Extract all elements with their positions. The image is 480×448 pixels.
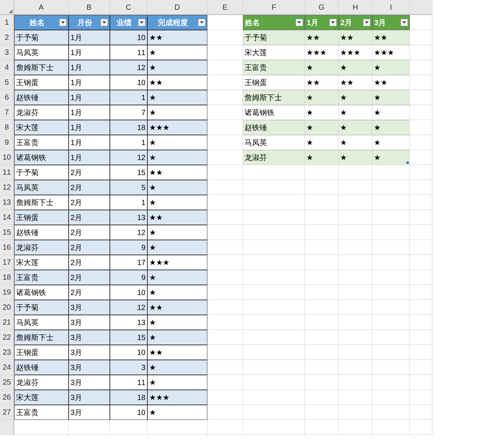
cell-H26[interactable] [339, 390, 372, 405]
cell-E13[interactable] [207, 195, 243, 210]
cell-C18[interactable]: 9 [110, 270, 147, 285]
cell-A17[interactable]: 宋大莲 [14, 255, 69, 270]
cell-G23[interactable] [305, 345, 339, 360]
cell-D6[interactable]: ★ [147, 90, 207, 105]
cell-G9[interactable]: ★ [305, 135, 339, 150]
cell-E16[interactable] [207, 240, 243, 255]
cell-A20[interactable]: 于予菊 [14, 300, 69, 315]
cell-H8[interactable]: ★ [339, 120, 372, 135]
cell-D22[interactable]: ★ [147, 330, 207, 345]
cell-B20[interactable]: 3月 [69, 300, 110, 315]
cell-C10[interactable]: 12 [110, 150, 147, 165]
cell-A28[interactable] [14, 420, 69, 435]
cell-C1[interactable]: 业绩 [110, 15, 147, 30]
cell-A16[interactable]: 龙淑芬 [14, 240, 69, 255]
cell-17[interactable] [410, 255, 432, 270]
cell-19[interactable] [410, 285, 432, 300]
cell-D9[interactable]: ★ [147, 135, 207, 150]
row-header[interactable]: 14 [0, 210, 14, 225]
cell-13[interactable] [410, 195, 432, 210]
cell-H9[interactable]: ★ [339, 135, 372, 150]
cell-F27[interactable] [243, 405, 305, 420]
cell-G7[interactable]: ★ [305, 105, 339, 120]
cell-B2[interactable]: 1月 [69, 30, 110, 45]
cell-I21[interactable] [372, 315, 410, 330]
row-header[interactable]: 8 [0, 120, 14, 135]
cell-C15[interactable]: 12 [110, 225, 147, 240]
cell-C22[interactable]: 15 [110, 330, 147, 345]
cell-B21[interactable]: 3月 [69, 315, 110, 330]
cell-I19[interactable] [372, 285, 410, 300]
cell-F18[interactable] [243, 270, 305, 285]
cell-F1[interactable]: 姓名 [243, 15, 305, 30]
cell-C4[interactable]: 12 [110, 60, 147, 75]
cell-E19[interactable] [207, 285, 243, 300]
cell-11[interactable] [410, 165, 432, 180]
cell-G11[interactable] [305, 165, 339, 180]
cell-G15[interactable] [305, 225, 339, 240]
column-header[interactable]: C [110, 0, 147, 15]
cell-H6[interactable]: ★ [339, 90, 372, 105]
cell-G12[interactable] [305, 180, 339, 195]
row-header[interactable]: 25 [0, 375, 14, 390]
blue-B-filter-button[interactable] [100, 19, 108, 26]
cell-F8[interactable]: 赵铁锤 [243, 120, 305, 135]
cell-E15[interactable] [207, 225, 243, 240]
cell-F13[interactable] [243, 195, 305, 210]
cell-E24[interactable] [207, 360, 243, 375]
cell-C20[interactable]: 12 [110, 300, 147, 315]
cell-D26[interactable]: ★★★ [147, 390, 207, 405]
cell-E2[interactable] [207, 30, 243, 45]
cell-A21[interactable]: 马凤英 [14, 315, 69, 330]
cell-E14[interactable] [207, 210, 243, 225]
cell-H10[interactable]: ★ [339, 150, 372, 165]
cell-A1[interactable]: 姓名 [14, 15, 69, 30]
row-header[interactable]: 20 [0, 300, 14, 315]
cell-I27[interactable] [372, 405, 410, 420]
cell-G5[interactable]: ★★ [305, 75, 339, 90]
cell-E4[interactable] [207, 60, 243, 75]
row-header[interactable]: 11 [0, 165, 14, 180]
cell-B27[interactable]: 3月 [69, 405, 110, 420]
cell-28[interactable] [410, 420, 432, 435]
cell-A5[interactable]: 王钢蛋 [14, 75, 69, 90]
cell-F2[interactable]: 于予菊 [243, 30, 305, 45]
cell-A13[interactable]: 詹姆斯下士 [14, 195, 69, 210]
cell-E28[interactable] [207, 420, 243, 435]
cell-18[interactable] [410, 270, 432, 285]
cell-A12[interactable]: 马凤英 [14, 180, 69, 195]
cell-E9[interactable] [207, 135, 243, 150]
cell-F19[interactable] [243, 285, 305, 300]
cell-I20[interactable] [372, 300, 410, 315]
row-header[interactable]: 23 [0, 345, 14, 360]
cell-D17[interactable]: ★★★ [147, 255, 207, 270]
column-header[interactable]: D [147, 0, 207, 15]
column-header[interactable]: F [243, 0, 305, 15]
cell-G2[interactable]: ★★ [305, 30, 339, 45]
green-F-filter-button[interactable] [296, 19, 303, 26]
cell-I3[interactable]: ★★★ [372, 45, 410, 60]
cell-A10[interactable]: 诸葛钢铁 [14, 150, 69, 165]
column-header[interactable]: E [207, 0, 243, 15]
cell-E11[interactable] [207, 165, 243, 180]
cell-C28[interactable] [110, 420, 147, 435]
cell-I11[interactable] [372, 165, 410, 180]
cell-A14[interactable]: 王钢蛋 [14, 210, 69, 225]
cell-I1[interactable]: 3月 [372, 15, 410, 30]
cell-D28[interactable] [147, 420, 207, 435]
cell-H13[interactable] [339, 195, 372, 210]
cell-F10[interactable]: 龙淑芬 [243, 150, 305, 165]
cell-E23[interactable] [207, 345, 243, 360]
cell-G28[interactable] [305, 420, 339, 435]
cell-D21[interactable]: ★ [147, 315, 207, 330]
cell-D18[interactable]: ★ [147, 270, 207, 285]
cell-D23[interactable]: ★★ [147, 345, 207, 360]
row-header[interactable]: 3 [0, 45, 14, 60]
cell-C17[interactable]: 17 [110, 255, 147, 270]
cell-C16[interactable]: 9 [110, 240, 147, 255]
cell-B17[interactable]: 2月 [69, 255, 110, 270]
row-header[interactable]: 6 [0, 90, 14, 105]
row-header[interactable]: 21 [0, 315, 14, 330]
row-header[interactable]: 22 [0, 330, 14, 345]
cell-E27[interactable] [207, 405, 243, 420]
